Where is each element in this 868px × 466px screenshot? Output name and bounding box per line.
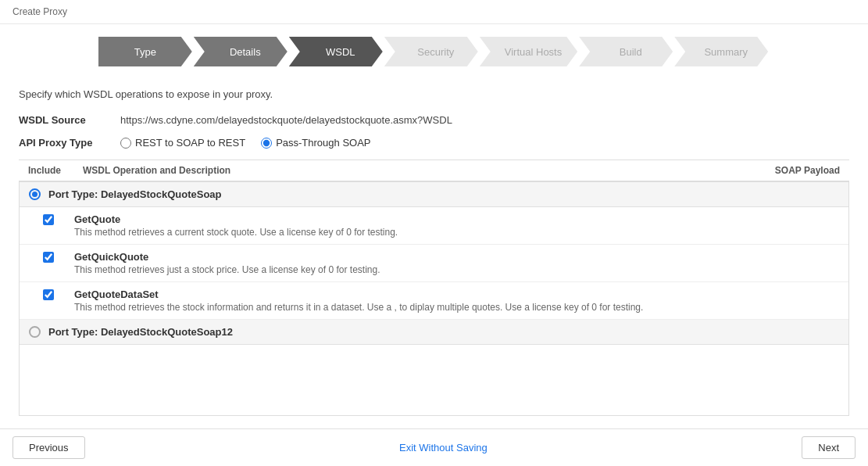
step-virtual-hosts[interactable]: Virtual Hosts [480, 37, 577, 66]
step-security[interactable]: Security [384, 37, 478, 66]
op-desc-getquickquote: This method retrieves just a stock price… [74, 264, 380, 275]
wsdl-source-row: WSDL Source https://ws.cdyne.com/delayed… [19, 114, 849, 126]
operation-info-getquickquote: GetQuickQuote This method retrieves just… [74, 251, 380, 275]
col-include-header: Include [28, 165, 83, 176]
check-col-getquotedataset[interactable] [43, 289, 74, 303]
op-desc-getquotedataset: This method retrieves the stock informat… [74, 302, 643, 313]
step-wsdl[interactable]: WSDL [289, 37, 383, 66]
op-name-getquotedataset: GetQuoteDataSet [74, 289, 643, 300]
radio-passthrough-label: Pass-Through SOAP [276, 137, 370, 149]
port-type-row-1[interactable]: Port Type: DelayedStockQuoteSoap [20, 182, 848, 207]
port-type-radio-2[interactable] [29, 326, 41, 338]
step-details[interactable]: Details [194, 37, 288, 66]
operation-row-getquotedataset: GetQuoteDataSet This method retrieves th… [20, 282, 848, 320]
radio-group: REST to SOAP to REST Pass-Through SOAP [120, 137, 371, 149]
step-type[interactable]: Type [98, 37, 192, 66]
col-operation-header: WSDL Operation and Description [83, 165, 746, 176]
radio-rest-option[interactable]: REST to SOAP to REST [120, 137, 245, 149]
port-type-row-2[interactable]: Port Type: DelayedStockQuoteSoap12 [20, 320, 848, 345]
checkbox-getquickquote[interactable] [43, 252, 54, 263]
next-button[interactable]: Next [802, 436, 855, 459]
wsdl-source-value: https://ws.cdyne.com/delayedstockquote/d… [120, 114, 452, 126]
check-col-getquote[interactable] [43, 213, 74, 228]
checkbox-getquote[interactable] [43, 214, 54, 225]
exit-without-saving-link[interactable]: Exit Without Saving [399, 442, 488, 453]
wizard-steps: Type Details WSDL Security Virtual Hosts… [0, 24, 868, 79]
wsdl-source-label: WSDL Source [19, 114, 120, 126]
previous-button[interactable]: Previous [13, 436, 85, 459]
port-type-label-2: Port Type: DelayedStockQuoteSoap12 [48, 326, 233, 338]
operation-row-getquickquote: GetQuickQuote This method retrieves just… [20, 245, 848, 282]
op-name-getquote: GetQuote [74, 213, 398, 225]
port-type-label-1: Port Type: DelayedStockQuoteSoap [48, 188, 222, 200]
step-summary[interactable]: Summary [674, 37, 768, 66]
radio-passthrough-option[interactable]: Pass-Through SOAP [261, 137, 370, 149]
table-scroll[interactable]: Port Type: DelayedStockQuoteSoap GetQuot… [19, 181, 849, 416]
operation-info-getquote: GetQuote This method retrieves a current… [74, 213, 398, 238]
operation-info-getquotedataset: GetQuoteDataSet This method retrieves th… [74, 289, 643, 313]
checkbox-getquotedataset[interactable] [43, 289, 54, 300]
op-name-getquickquote: GetQuickQuote [74, 251, 380, 263]
page-title: Create Proxy [13, 6, 67, 17]
footer: Previous Exit Without Saving Next [0, 428, 868, 466]
api-proxy-type-row: API Proxy Type REST to SOAP to REST Pass… [19, 137, 849, 149]
op-desc-getquote: This method retrieves a current stock qu… [74, 227, 398, 238]
table-header: Include WSDL Operation and Description S… [19, 160, 849, 181]
api-proxy-type-label: API Proxy Type [19, 137, 120, 149]
subtitle: Specify which WSDL operations to expose … [19, 88, 849, 100]
radio-rest-label: REST to SOAP to REST [135, 137, 245, 149]
col-soap-header: SOAP Payload [746, 165, 840, 176]
main-content: Specify which WSDL operations to expose … [0, 79, 868, 416]
operation-row-getquote: GetQuote This method retrieves a current… [20, 207, 848, 245]
check-col-getquickquote[interactable] [43, 251, 74, 265]
top-bar: Create Proxy [0, 0, 868, 24]
step-build[interactable]: Build [579, 37, 673, 66]
radio-rest-input[interactable] [120, 138, 131, 149]
port-type-radio-1[interactable] [29, 188, 41, 200]
radio-passthrough-input[interactable] [261, 138, 272, 149]
